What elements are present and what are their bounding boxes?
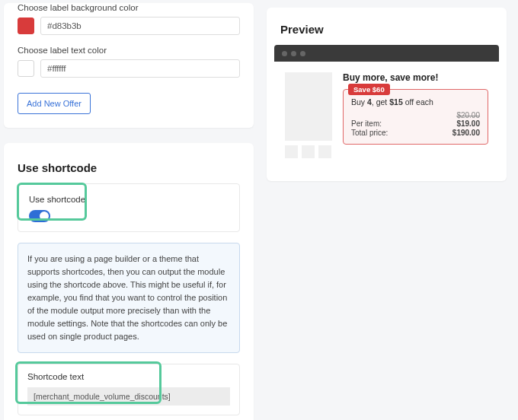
save-badge: Save $60 [348,84,390,95]
thumbnail-placeholder [285,145,298,158]
thumbnail-placeholder [302,145,315,158]
toggle-knob [40,212,49,221]
per-item-label: Per item: [351,119,382,128]
bg-color-swatch[interactable] [18,18,34,34]
text-color-swatch[interactable] [18,60,34,77]
bg-color-label: Choose label background color [18,3,240,12]
product-image-column [285,72,332,158]
total-price-label: Total price: [351,129,388,137]
shortcode-field-card: Shortcode text [18,364,240,415]
window-dot-icon [291,51,296,56]
bg-color-input[interactable] [40,17,240,35]
original-price: $20.00 [351,111,480,119]
shortcode-toggle[interactable] [29,210,50,222]
browser-bar [274,45,499,62]
text-color-input[interactable] [40,59,240,78]
window-dot-icon [300,51,305,56]
color-settings-card: Choose label background color Choose lab… [4,3,254,128]
per-item-value: $19.00 [456,119,480,128]
preview-card: Preview Buy more, save more! [267,8,507,181]
shortcode-field-label: Shortcode text [27,372,230,381]
shortcode-section-title: Use shortcode [18,161,254,174]
shortcode-toggle-label: Use shortcode [29,195,229,204]
preview-title: Preview [280,23,496,36]
shortcode-text-input[interactable] [27,387,230,406]
thumbnail-placeholder [318,145,331,158]
offer-card: Save $60 Buy 4, get $15 off each $20.00 … [343,89,488,145]
shortcode-info-box: If you are using a page builder or a the… [18,243,240,353]
product-image-placeholder [285,72,332,141]
preview-frame: Buy more, save more! Save $60 Buy 4, get… [274,45,499,170]
offer-heading: Buy more, save more! [343,72,488,83]
total-price-value: $190.00 [452,129,480,137]
window-dot-icon [282,51,287,56]
offer-main-line: Buy 4, get $15 off each [351,97,480,107]
text-color-label: Choose label text color [18,46,240,55]
shortcode-toggle-card: Use shortcode [18,183,240,232]
use-shortcode-card: Use shortcode Use shortcode If you are u… [4,143,254,420]
add-new-offer-button[interactable]: Add New Offer [18,93,91,114]
